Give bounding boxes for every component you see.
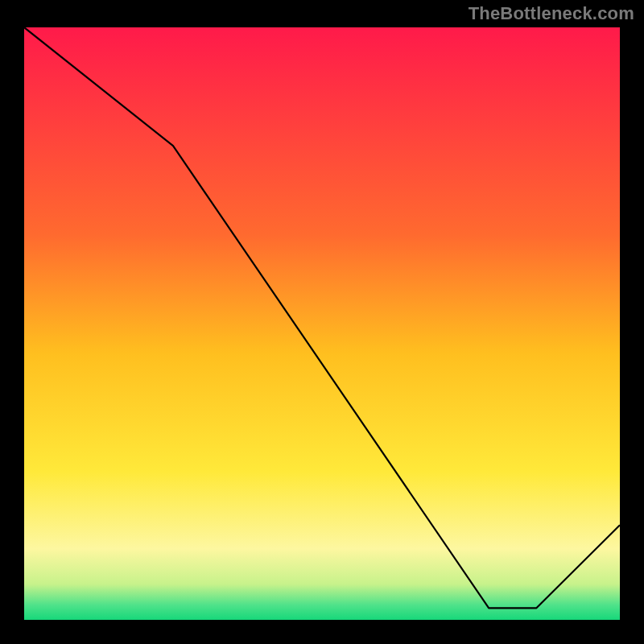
- gradient-background: [24, 27, 620, 620]
- chart-container: TheBottleneck.com: [0, 0, 644, 644]
- plot-area: [24, 27, 620, 620]
- chart-svg: [24, 27, 620, 620]
- attribution-text: TheBottleneck.com: [469, 3, 634, 24]
